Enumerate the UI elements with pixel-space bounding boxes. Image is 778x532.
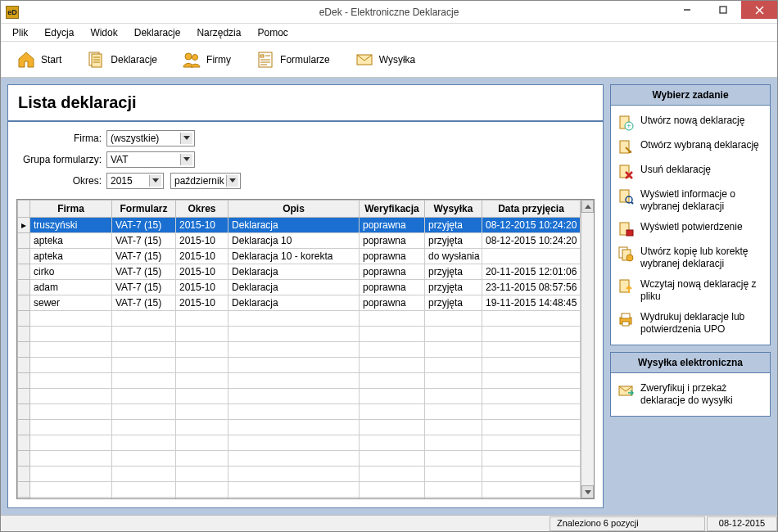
table-row-empty[interactable] [18, 467, 581, 482]
panel-title: Lista deklaracji [8, 85, 603, 122]
row-indicator [18, 295, 30, 311]
svg-point-10 [192, 54, 198, 60]
table-row-empty[interactable] [18, 498, 581, 499]
toolbar-wysylka[interactable]: Wysyłka [346, 46, 425, 74]
svg-rect-29 [626, 230, 633, 236]
table-row[interactable]: sewerVAT-7 (15)2015-10Deklaracjapoprawna… [18, 295, 581, 311]
cell-wysylka: przyjęta [425, 295, 482, 311]
menu-narzedzia[interactable]: Narzędzia [188, 25, 249, 41]
col-opis[interactable]: Opis [228, 201, 360, 218]
table-row[interactable]: ▸truszyńskiVAT-7 (15)2015-10Deklaracjapo… [18, 218, 581, 233]
cell-weryfikacja: poprawna [360, 218, 425, 233]
menu-deklaracje[interactable]: Deklaracje [126, 25, 189, 41]
toolbar-firmy-label: Firmy [206, 54, 231, 65]
okres-year-select[interactable]: 2015 [106, 173, 164, 189]
cell-weryfikacja: poprawna [360, 295, 425, 311]
toolbar-start[interactable]: Start [7, 46, 70, 74]
cell-firma: apteka [30, 249, 112, 264]
okres-month-select[interactable]: październik [170, 173, 241, 189]
task-send-item[interactable]: Zweryfikuj i przekaż deklaracje do wysył… [614, 378, 767, 411]
documents-icon [86, 50, 106, 70]
home-icon [16, 50, 36, 70]
table-row-empty[interactable] [18, 482, 581, 498]
filters: Firma: (wszystkie) Grupa formularzy: VAT… [8, 122, 603, 199]
vertical-scrollbar[interactable] [581, 200, 594, 498]
table-row[interactable]: adamVAT-7 (15)2015-10Deklaracjapoprawnap… [18, 280, 581, 295]
toolbar-start-label: Start [41, 54, 61, 65]
task-label: Utwórz kopię lub korektę wybranej deklar… [640, 246, 763, 270]
menu-widok[interactable]: Widok [82, 25, 125, 41]
statusbar: Znaleziono 6 pozycji 08-12-2015 [1, 515, 777, 531]
cell-okres: 2015-10 [176, 280, 228, 295]
task-item-5[interactable]: Utwórz kopię lub korektę wybranej deklar… [614, 241, 767, 274]
table-row-empty[interactable] [18, 358, 581, 373]
row-indicator [18, 280, 30, 295]
cell-wysylka: przyjęta [425, 233, 482, 249]
col-data[interactable]: Data przyjęcia [482, 201, 581, 218]
scroll-up-button[interactable] [581, 200, 594, 213]
col-okres[interactable]: Okres [176, 201, 228, 218]
table-row-empty[interactable] [18, 389, 581, 404]
task-item-2[interactable]: Usuń deklarację [614, 160, 767, 184]
table-row-empty[interactable] [18, 311, 581, 327]
table-row[interactable]: aptekaVAT-7 (15)2015-10Deklaracja 10popr… [18, 233, 581, 249]
maximize-button[interactable] [705, 1, 741, 19]
cell-firma: apteka [30, 233, 112, 249]
scroll-down-button[interactable] [581, 485, 594, 498]
cell-data: 20-11-2015 12:01:06 [482, 264, 581, 280]
cell-weryfikacja: poprawna [360, 280, 425, 295]
table-row[interactable]: aptekaVAT-7 (15)2015-10Deklaracja 10 - k… [18, 249, 581, 264]
table-row-empty[interactable] [18, 327, 581, 342]
cell-opis: Deklaracja [228, 218, 360, 233]
col-weryfikacja[interactable]: Weryfikacja [360, 201, 425, 218]
col-firma[interactable]: Firma [30, 201, 112, 218]
content-area: Lista deklaracji Firma: (wszystkie) Grup… [1, 78, 777, 515]
cell-okres: 2015-10 [176, 233, 228, 249]
task-group-2: Wysyłka elektroniczna Zweryfikuj i przek… [610, 352, 771, 417]
main-panel: Lista deklaracji Firma: (wszystkie) Grup… [7, 84, 604, 508]
task-label: Wczytaj nową deklarację z pliku [640, 278, 763, 303]
cell-wysylka: przyjęta [425, 264, 482, 280]
task-icon [617, 311, 634, 327]
svg-rect-36 [622, 322, 629, 326]
menu-edycja[interactable]: Edycja [36, 25, 82, 41]
mail-icon [355, 50, 374, 70]
cell-okres: 2015-10 [176, 295, 228, 311]
task-item-0[interactable]: +Utwórz nową deklarację [614, 110, 767, 135]
cell-data: 08-12-2015 10:24:20 [482, 233, 581, 249]
toolbar-wysylka-label: Wysyłka [379, 54, 416, 65]
table-row-empty[interactable] [18, 373, 581, 389]
grupa-select[interactable]: VAT [106, 151, 195, 168]
table-row-empty[interactable] [18, 435, 581, 451]
task-item-4[interactable]: Wyświetl potwierdzenie [614, 217, 767, 241]
task-label: Zweryfikuj i przekaż deklaracje do wysył… [640, 382, 763, 407]
menu-plik[interactable]: Plik [4, 25, 36, 41]
cell-weryfikacja: poprawna [360, 264, 425, 280]
menu-pomoc[interactable]: Pomoc [249, 25, 296, 41]
task-item-6[interactable]: Wczytaj nową deklarację z pliku [614, 274, 767, 307]
task-item-3[interactable]: Wyświetl informacje o wybranej deklaracj… [614, 184, 767, 217]
table-row[interactable]: cirkoVAT-7 (15)2015-10Deklaracjapoprawna… [18, 264, 581, 280]
cell-data: 19-11-2015 14:48:45 [482, 295, 581, 311]
task-item-7[interactable]: Wydrukuj deklaracje lub potwierdzenia UP… [614, 307, 767, 340]
table-row-empty[interactable] [18, 404, 581, 420]
menubar: Plik Edycja Widok Deklaracje Narzędzia P… [1, 24, 777, 42]
close-button[interactable] [741, 1, 777, 19]
toolbar-deklaracje[interactable]: Deklaracje [77, 46, 166, 74]
row-indicator [18, 249, 30, 264]
table-row-empty[interactable] [18, 342, 581, 358]
cell-opis: Deklaracja 10 [228, 233, 360, 249]
toolbar-firmy[interactable]: Firmy [173, 46, 240, 74]
cell-wysylka: do wysłania [425, 249, 482, 264]
minimize-button[interactable] [669, 1, 705, 19]
task-item-1[interactable]: Otwórz wybraną deklarację [614, 135, 767, 160]
col-formularz[interactable]: Formularz [112, 201, 176, 218]
col-wysylka[interactable]: Wysyłka [425, 201, 482, 218]
table-row-empty[interactable] [18, 420, 581, 435]
firma-select[interactable]: (wszystkie) [106, 130, 195, 147]
row-indicator: ▸ [18, 218, 30, 233]
task-icon [617, 139, 634, 156]
toolbar-formularze[interactable]: Formularze [247, 46, 339, 74]
cell-data: 23-11-2015 08:57:56 [482, 280, 581, 295]
table-row-empty[interactable] [18, 451, 581, 467]
